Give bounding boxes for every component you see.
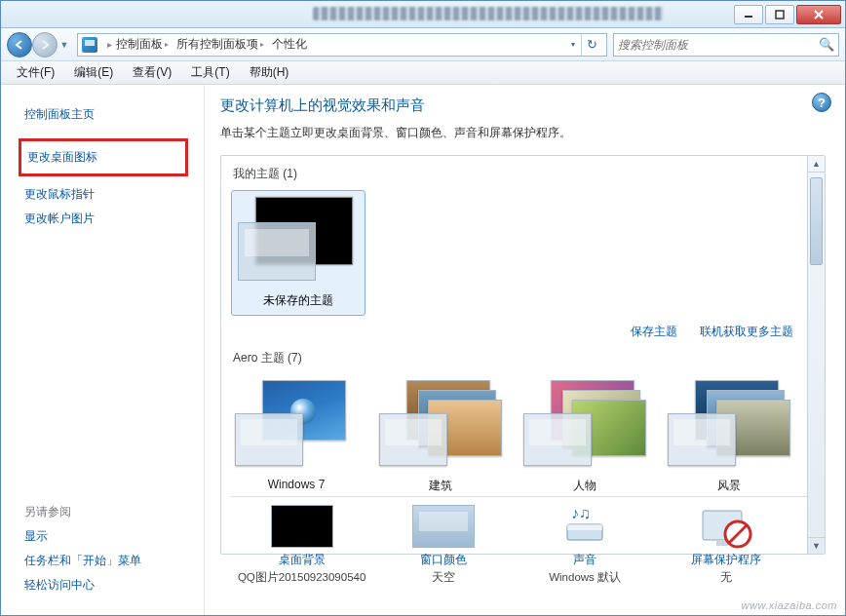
aero-theme-label: 人物 — [523, 478, 646, 494]
sound-icon: ♪♫ — [554, 505, 616, 548]
screensaver-setting[interactable]: 屏幕保护程序 无 — [658, 505, 794, 585]
back-button[interactable] — [7, 32, 32, 58]
main-panel: ? 更改计算机上的视觉效果和声音 单击某个主题立即更改桌面背景、窗口颜色、声音和… — [204, 85, 845, 615]
highlight-box: 更改桌面图标 — [19, 138, 188, 176]
screensaver-icon — [695, 505, 757, 548]
get-more-themes-link[interactable]: 联机获取更多主题 — [700, 325, 793, 338]
window-color-icon — [412, 505, 475, 548]
sound-label: 声音 — [517, 552, 653, 568]
menubar: 文件(F) 编辑(E) 查看(V) 工具(T) 帮助(H) — [1, 61, 845, 85]
my-theme-label: 未保存的主题 — [238, 292, 359, 309]
history-dropdown[interactable]: ▼ — [58, 32, 71, 58]
my-themes-header: 我的主题 (1) — [233, 166, 815, 182]
window-color-label: 窗口颜色 — [375, 552, 512, 568]
maximize-button[interactable] — [765, 5, 794, 24]
see-also-display[interactable]: 显示 — [24, 524, 188, 549]
aero-theme-architecture[interactable]: 建筑 — [379, 380, 502, 494]
sidebar-change-desktop-icons[interactable]: 更改桌面图标 — [27, 145, 179, 170]
scroll-thumb[interactable] — [810, 177, 823, 265]
menu-file[interactable]: 文件(F) — [7, 61, 64, 84]
refresh-button[interactable]: ↻ — [581, 34, 602, 56]
aero-theme-characters[interactable]: 人物 — [523, 380, 646, 494]
help-icon[interactable]: ? — [812, 93, 831, 112]
aero-theme-label: 风景 — [668, 478, 790, 494]
address-bar[interactable]: ▸ 控制面板▸ 所有控制面板项▸ 个性化 ▾ ↻ — [77, 33, 607, 57]
breadcrumb-sep-icon: ▸ — [103, 39, 116, 50]
themes-panel: ▲ ▼ 我的主题 (1) 未保存的主题 保存主题 联机获取更多主题 Aero 主… — [220, 155, 826, 555]
page-subdesc: 单击某个主题立即更改桌面背景、窗口颜色、声音和屏幕保护程序。 — [220, 125, 826, 141]
nav-arrows: ▼ — [7, 32, 71, 58]
screensaver-value: 无 — [658, 570, 794, 585]
sound-setting[interactable]: ♪♫ 声音 Windows 默认 — [517, 505, 653, 585]
see-also-links: 显示 任务栏和「开始」菜单 轻松访问中心 — [24, 524, 188, 605]
see-also-taskbar[interactable]: 任务栏和「开始」菜单 — [24, 549, 188, 573]
see-also-header: 另请参阅 — [24, 504, 188, 524]
content-area: 控制面板主页 更改桌面图标 更改鼠标指针 更改帐户图片 另请参阅 显示 任务栏和… — [1, 85, 845, 615]
nav-row: ▼ ▸ 控制面板▸ 所有控制面板项▸ 个性化 ▾ ↻ 🔍 — [1, 28, 845, 61]
forward-button[interactable] — [32, 32, 58, 58]
menu-help[interactable]: 帮助(H) — [240, 61, 299, 84]
screensaver-label: 屏幕保护程序 — [658, 552, 794, 568]
search-icon[interactable]: 🔍 — [819, 37, 834, 52]
my-theme-thumbnail — [238, 197, 359, 287]
sidebar: 控制面板主页 更改桌面图标 更改鼠标指针 更改帐户图片 另请参阅 显示 任务栏和… — [1, 85, 204, 615]
desktop-background-value: QQ图片20150923090540 — [234, 570, 370, 585]
titlebar-blurred-text — [313, 7, 664, 20]
sidebar-change-mouse-pointers[interactable]: 更改鼠标指针 — [24, 182, 188, 207]
breadcrumb-root[interactable]: 控制面板 — [116, 36, 163, 53]
breadcrumb-leaf[interactable]: 个性化 — [272, 36, 307, 53]
desktop-background-icon — [271, 505, 333, 548]
search-box[interactable]: 🔍 — [613, 33, 839, 57]
desktop-background-setting[interactable]: 桌面背景 QQ图片20150923090540 — [234, 505, 370, 585]
desktop-background-label: 桌面背景 — [234, 552, 370, 568]
aero-theme-landscape[interactable]: 风景 — [668, 380, 790, 494]
sidebar-home[interactable]: 控制面板主页 — [24, 102, 188, 136]
svg-rect-6 — [567, 524, 602, 530]
theme-action-links: 保存主题 联机获取更多主题 — [231, 316, 815, 348]
close-button[interactable] — [796, 5, 841, 24]
svg-rect-1 — [776, 11, 784, 19]
window-controls — [732, 5, 841, 24]
sound-value: Windows 默认 — [517, 570, 653, 585]
page-heading: 更改计算机上的视觉效果和声音 — [220, 96, 826, 115]
theme-components-row: 桌面背景 QQ图片20150923090540 窗口颜色 天空 ♪♫ 声音 Wi… — [231, 496, 815, 585]
sidebar-change-account-picture[interactable]: 更改帐户图片 — [24, 207, 188, 231]
scroll-down-button[interactable]: ▼ — [808, 537, 825, 554]
watermark: www.xiazaiba.com — [742, 599, 837, 611]
aero-theme-windows7[interactable]: Windows 7 — [235, 380, 358, 494]
minimize-button[interactable] — [734, 5, 763, 24]
control-panel-icon — [82, 37, 97, 53]
scroll-up-button[interactable]: ▲ — [808, 156, 825, 173]
search-input[interactable] — [618, 38, 819, 52]
svg-text:♪♫: ♪♫ — [571, 505, 591, 521]
menu-edit[interactable]: 编辑(E) — [64, 61, 123, 84]
address-dropdown-icon[interactable]: ▾ — [565, 40, 581, 49]
aero-themes-header: Aero 主题 (7) — [233, 350, 815, 366]
menu-tools[interactable]: 工具(T) — [181, 61, 239, 84]
see-also-ease-of-access[interactable]: 轻松访问中心 — [24, 573, 188, 597]
window-color-value: 天空 — [375, 570, 512, 585]
my-theme-item[interactable]: 未保存的主题 — [231, 190, 365, 316]
aero-themes-row: Windows 7 建筑 人物 风景 — [231, 374, 815, 494]
window-frame: ▼ ▸ 控制面板▸ 所有控制面板项▸ 个性化 ▾ ↻ 🔍 文件(F) 编辑(E)… — [0, 0, 846, 616]
save-theme-link[interactable]: 保存主题 — [631, 325, 677, 338]
breadcrumb-mid[interactable]: 所有控制面板项 — [176, 36, 258, 53]
titlebar — [1, 1, 845, 28]
aero-theme-label: Windows 7 — [235, 478, 358, 491]
aero-theme-label: 建筑 — [379, 478, 502, 494]
menu-view[interactable]: 查看(V) — [123, 61, 181, 84]
window-color-setting[interactable]: 窗口颜色 天空 — [375, 505, 512, 585]
